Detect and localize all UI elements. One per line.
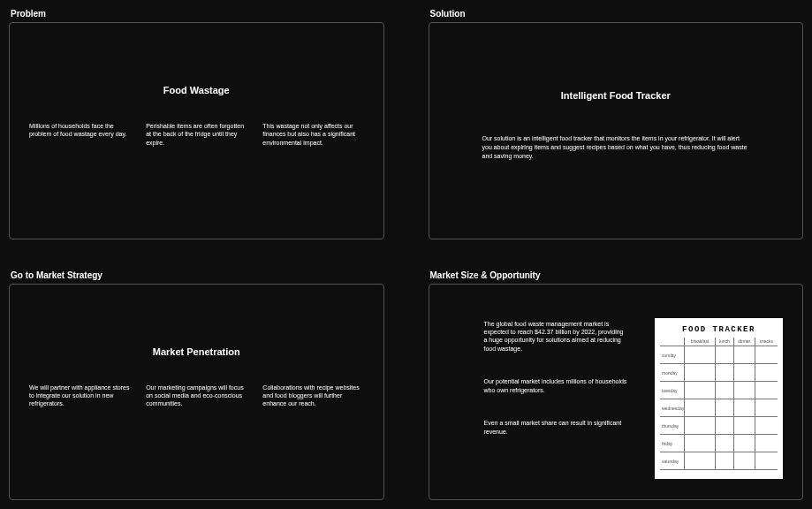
tracker-r-6: saturday bbox=[660, 452, 685, 470]
cell-strategy: Go to Market Strategy Market Penetration… bbox=[9, 270, 384, 501]
card-market: The global food waste management market … bbox=[429, 284, 804, 501]
card-strategy: Market Penetration We will partner with … bbox=[9, 284, 384, 501]
problem-col-2: This wastage not only affects our financ… bbox=[262, 122, 363, 147]
heading-strategy: Market Penetration bbox=[29, 346, 364, 357]
card-problem: Food Wastage Millions of households face… bbox=[9, 22, 384, 239]
tracker-title: FOOD TRACKER bbox=[660, 325, 778, 334]
label-solution: Solution bbox=[429, 9, 804, 19]
market-row: The global food waste management market … bbox=[449, 302, 784, 482]
tracker-r-0: sunday bbox=[660, 346, 685, 364]
body-solution: Our solution is an intelligent food trac… bbox=[449, 134, 784, 160]
problem-col-1: Perishable items are often forgotten at … bbox=[146, 122, 247, 147]
tracker-h-0 bbox=[660, 338, 685, 346]
label-market: Market Size & Opportunity bbox=[429, 270, 804, 280]
cell-market: Market Size & Opportunity The global foo… bbox=[429, 270, 804, 501]
cell-problem: Problem Food Wastage Millions of househo… bbox=[9, 9, 384, 239]
tracker-h-3: dinner bbox=[733, 338, 755, 346]
tracker-h-1: breakfast bbox=[685, 338, 716, 346]
problem-columns: Millions of households face the problem … bbox=[29, 122, 364, 147]
market-para-0: The global food waste management market … bbox=[484, 320, 629, 353]
tracker-sheet: FOOD TRACKER breakfast lunch dinner snac… bbox=[655, 318, 783, 480]
pitch-grid: Problem Food Wastage Millions of househo… bbox=[9, 9, 803, 500]
tracker-r-4: thursday bbox=[660, 417, 685, 435]
tracker-table: breakfast lunch dinner snacks sunday mon… bbox=[660, 338, 778, 471]
label-problem: Problem bbox=[9, 9, 384, 19]
tracker-r-3: wednesday bbox=[660, 399, 685, 417]
tracker-h-4: snacks bbox=[755, 338, 778, 346]
tracker-r-2: tuesday bbox=[660, 382, 685, 399]
market-text: The global food waste management market … bbox=[449, 318, 629, 437]
market-para-2: Even a small market share can result in … bbox=[484, 419, 629, 436]
tracker-r-5: friday bbox=[660, 435, 685, 452]
strategy-col-1: Our marketing campaigns will focus on so… bbox=[146, 384, 247, 408]
heading-problem: Food Wastage bbox=[29, 85, 364, 95]
strategy-columns: We will partner with appliance stores to… bbox=[29, 384, 364, 408]
market-para-1: Our potential market includes millions o… bbox=[484, 377, 629, 394]
label-strategy: Go to Market Strategy bbox=[9, 270, 384, 280]
strategy-col-2: Collaborations with recipe websites and … bbox=[262, 384, 363, 408]
cell-solution: Solution Intelligent Food Tracker Our so… bbox=[429, 9, 804, 239]
card-solution: Intelligent Food Tracker Our solution is… bbox=[429, 22, 804, 239]
heading-solution: Intelligent Food Tracker bbox=[449, 90, 784, 101]
strategy-col-0: We will partner with appliance stores to… bbox=[29, 384, 130, 408]
tracker-h-2: lunch bbox=[715, 338, 733, 346]
tracker-r-1: monday bbox=[660, 364, 685, 382]
problem-col-0: Millions of households face the problem … bbox=[29, 122, 130, 147]
